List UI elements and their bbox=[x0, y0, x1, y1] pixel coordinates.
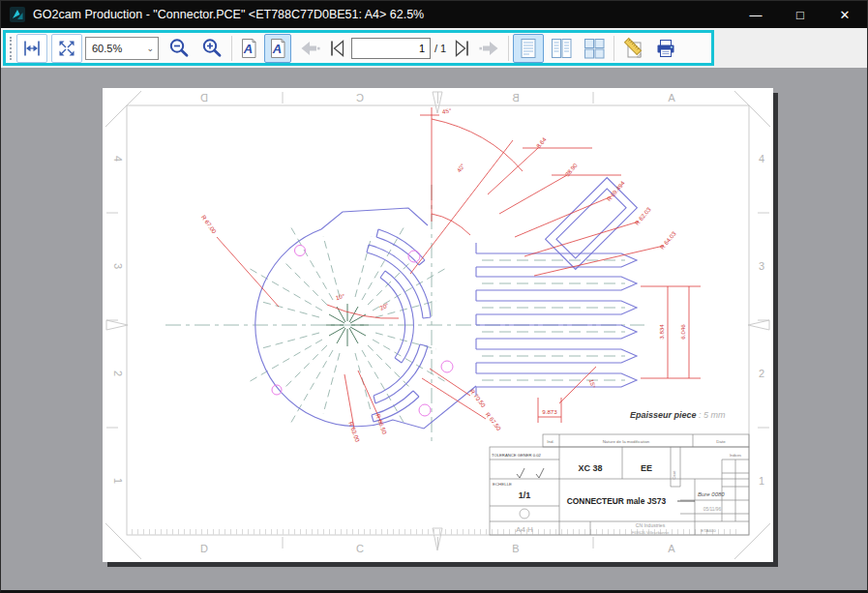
svg-text:B: B bbox=[512, 543, 519, 554]
svg-text:9.873: 9.873 bbox=[542, 408, 557, 415]
first-page-button[interactable] bbox=[324, 34, 349, 63]
four-page-view-button[interactable] bbox=[579, 34, 610, 63]
toolbar-row: 60.5% ⌄ A bbox=[1, 28, 867, 68]
svg-text:R 63.00: R 63.00 bbox=[347, 421, 361, 443]
dimension-lines bbox=[217, 107, 701, 429]
svg-text:R 64.03: R 64.03 bbox=[658, 229, 677, 251]
svg-text:C: C bbox=[356, 92, 364, 104]
svg-text:D: D bbox=[200, 92, 208, 104]
svg-text:10°: 10° bbox=[335, 292, 345, 301]
svg-text:1: 1 bbox=[112, 478, 124, 484]
page-number-input[interactable] bbox=[351, 38, 431, 59]
material-value: XC 38 bbox=[578, 463, 602, 473]
print-preview-toolbar: 60.5% ⌄ A bbox=[3, 30, 714, 66]
chevron-down-icon: ⌄ bbox=[146, 44, 154, 53]
drawing-sheet: D C B A D C B A 4 3 2 1 4 3 2 1 bbox=[103, 88, 773, 562]
page-setup-button[interactable] bbox=[618, 34, 649, 63]
toolbar-grip[interactable] bbox=[10, 37, 12, 60]
title-bar: GO2cam Production - "Connector.PCE" <ET7… bbox=[1, 1, 867, 28]
date-value: 05/11/96 bbox=[703, 507, 722, 512]
svg-text:2: 2 bbox=[112, 371, 124, 376]
first-page-icon bbox=[325, 37, 348, 60]
page-text-button[interactable]: A bbox=[236, 34, 261, 63]
svg-text:40°: 40° bbox=[455, 162, 465, 173]
fit-page-button[interactable] bbox=[51, 34, 82, 63]
svg-text:8.64: 8.64 bbox=[535, 135, 548, 149]
minimize-button[interactable]: — bbox=[733, 1, 778, 28]
zoom-level-select[interactable]: 60.5% ⌄ bbox=[85, 37, 159, 60]
svg-text:Case: Case bbox=[673, 471, 676, 480]
svg-text:ECHELLE: ECHELLE bbox=[493, 482, 512, 487]
last-page-button[interactable] bbox=[450, 34, 475, 63]
forward-arrow-icon bbox=[478, 37, 501, 60]
svg-text:3: 3 bbox=[112, 263, 124, 269]
fit-page-icon bbox=[56, 38, 77, 59]
connector-outline bbox=[255, 178, 638, 429]
four-page-icon bbox=[583, 37, 606, 60]
svg-text:2: 2 bbox=[759, 368, 764, 379]
page-text-active-button[interactable]: A bbox=[264, 34, 291, 63]
svg-text:B: B bbox=[512, 92, 519, 104]
part-title: CONNECTEUR male JS73 bbox=[567, 496, 667, 506]
angled-pin-block bbox=[546, 178, 638, 270]
printer-icon bbox=[654, 37, 677, 60]
nav-back-button[interactable] bbox=[295, 34, 324, 63]
svg-text:45°: 45° bbox=[442, 106, 453, 114]
app-window: GO2cam Production - "Connector.PCE" <ET7… bbox=[0, 0, 868, 593]
svg-text:Date: Date bbox=[716, 439, 726, 444]
company-name: CN Industries bbox=[636, 522, 666, 528]
title-block: Ind. Nature de la modification Date TOLE… bbox=[490, 434, 749, 535]
drawing-canvas: D C B A D C B A 4 3 2 1 4 3 2 1 bbox=[103, 88, 773, 562]
bureau-ref: Bure 0080 bbox=[698, 491, 725, 497]
svg-text:3.834: 3.834 bbox=[658, 324, 665, 340]
svg-text:C: C bbox=[356, 543, 364, 554]
close-button[interactable]: ✕ bbox=[823, 1, 867, 28]
zoom-out-icon bbox=[167, 37, 190, 59]
svg-text:1: 1 bbox=[759, 475, 764, 487]
page-a-active-icon: A bbox=[267, 37, 288, 60]
svg-text:6.046: 6.046 bbox=[679, 324, 686, 340]
svg-text:3: 3 bbox=[759, 260, 764, 272]
svg-text:A: A bbox=[243, 42, 253, 56]
zoom-in-button[interactable] bbox=[195, 34, 227, 63]
single-page-view-button[interactable] bbox=[513, 34, 544, 63]
svg-text:A: A bbox=[272, 42, 282, 56]
svg-text:A: A bbox=[668, 543, 675, 554]
svg-text:R 67.50: R 67.50 bbox=[485, 411, 503, 432]
last-page-icon bbox=[451, 37, 474, 60]
preview-workspace: D C B A D C B A 4 3 2 1 4 3 2 1 bbox=[1, 68, 867, 590]
single-page-icon bbox=[517, 37, 540, 60]
two-page-view-button[interactable] bbox=[546, 34, 577, 63]
zoom-level-value: 60.5% bbox=[92, 43, 122, 54]
treatment-value: EE bbox=[641, 463, 652, 473]
svg-text:R 70.50: R 70.50 bbox=[469, 388, 488, 409]
print-button[interactable] bbox=[649, 34, 682, 63]
fit-width-icon bbox=[21, 38, 43, 59]
thickness-note: Epaisseur piece : 5 mm bbox=[630, 410, 726, 420]
zone-labels: D C B A D C B A 4 3 2 1 4 3 2 1 bbox=[112, 92, 764, 554]
two-page-icon bbox=[550, 37, 573, 60]
nav-forward-button[interactable] bbox=[475, 34, 504, 63]
zoom-out-button[interactable] bbox=[162, 34, 195, 63]
maximize-button[interactable]: □ bbox=[778, 1, 823, 28]
fit-width-button[interactable] bbox=[16, 34, 47, 63]
svg-text:R 69.494: R 69.494 bbox=[605, 179, 626, 202]
svg-text:D: D bbox=[200, 543, 208, 554]
back-arrow-icon bbox=[298, 37, 321, 60]
svg-text:4: 4 bbox=[112, 156, 124, 162]
doc-ref: ETA600 bbox=[701, 528, 716, 533]
svg-text:Nature de la modification: Nature de la modification bbox=[603, 439, 650, 444]
svg-text:15°: 15° bbox=[588, 378, 597, 389]
svg-text:4: 4 bbox=[759, 153, 764, 164]
svg-text:20°: 20° bbox=[378, 301, 390, 311]
svg-text:Indices: Indices bbox=[730, 454, 741, 458]
app-icon bbox=[10, 7, 25, 22]
sheet-format: A4 H bbox=[516, 525, 533, 534]
svg-text:Ind.: Ind. bbox=[547, 439, 554, 444]
company-city: F69626 Villeurbanne bbox=[632, 530, 670, 535]
window-title: GO2cam Production - "Connector.PCE" <ET7… bbox=[33, 8, 424, 21]
scale-value: 1/1 bbox=[519, 490, 531, 500]
svg-text:R 67.00: R 67.00 bbox=[200, 214, 218, 235]
svg-text:A: A bbox=[668, 92, 675, 104]
page-a-icon: A bbox=[238, 37, 259, 60]
